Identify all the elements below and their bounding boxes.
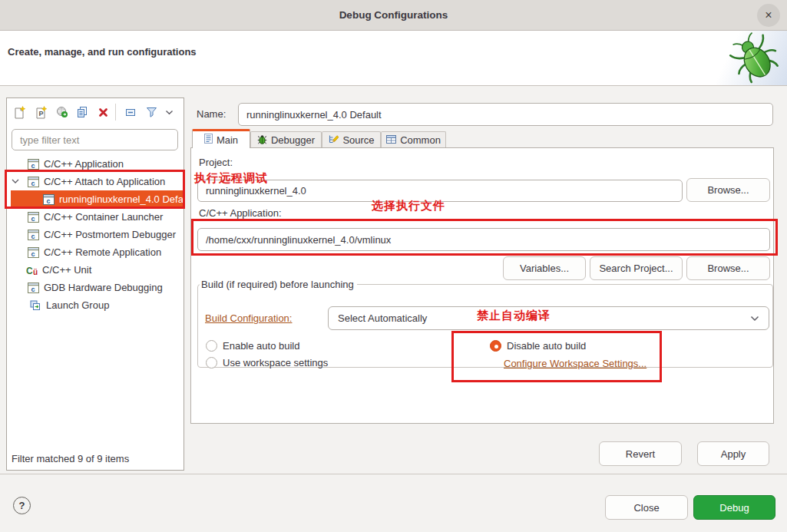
build-configuration-value: Select Automatically [338,312,427,324]
titlebar: Debug Configurations × [0,0,787,31]
new-launch-configuration-icon[interactable] [13,105,27,119]
build-configuration-link[interactable]: Build Configuration: [205,312,292,324]
configurations-sidebar: P c C/C++ Application [6,97,184,471]
tree-item-container-launcher[interactable]: c C/C++ Container Launcher [7,208,183,226]
common-table-icon [386,134,396,146]
footer-divider [0,474,787,474]
application-label: C/C++ Application: [199,207,282,219]
debug-configurations-dialog: Debug Configurations × Create, manage, a… [0,0,787,532]
c-application-icon: c [28,212,41,223]
tree-item-cpp-unit[interactable]: Cü C/C++ Unit [7,261,183,279]
radio-circle-icon[interactable] [206,357,217,368]
main-tab-content: Project: Browse... C/C++ Application: Va… [190,147,774,424]
tree-item-gdb-hardware[interactable]: c GDB Hardware Debugging [7,279,183,296]
dialog-title: Debug Configurations [0,0,787,31]
svg-text:ü: ü [33,268,38,276]
export-launch-configurations-icon[interactable] [55,105,69,119]
c-unit-icon: Cü [26,265,39,276]
revert-button[interactable]: Revert [599,441,682,466]
tree-item-cpp-application[interactable]: c C/C++ Application [7,155,183,173]
radio-circle-selected-icon[interactable] [490,340,501,352]
duplicate-launch-configuration-icon[interactable] [75,105,89,119]
tab-common[interactable]: Common [381,131,446,148]
variables-button[interactable]: Variables... [503,256,586,280]
launch-group-icon [30,300,43,311]
close-icon[interactable]: × [757,4,780,27]
new-launch-prototype-icon[interactable]: P [35,105,48,119]
tree-item-launch-group[interactable]: Launch Group [7,296,183,314]
svg-text:c: c [31,285,35,292]
header-banner: Create, manage, and run configurations [0,31,787,86]
tab-main[interactable]: Main [192,129,250,148]
apply-button[interactable]: Apply [697,441,769,466]
filter-launch-configurations-icon[interactable] [144,105,158,119]
name-input[interactable] [238,103,773,126]
debug-button[interactable]: Debug [693,495,775,520]
build-group-legend: Build (if required) before launching [200,279,357,290]
project-label: Project: [199,157,233,168]
toolbar-separator [115,104,116,121]
tab-debugger[interactable]: Debugger [250,131,322,148]
svg-text:c: c [31,249,35,257]
c-application-icon: c [28,159,41,170]
filter-status: Filter matched 9 of 9 items [12,453,129,464]
close-button[interactable]: Close [605,495,688,520]
svg-text:c: c [31,232,35,240]
browse-application-button[interactable]: Browse... [686,256,770,280]
page-title: Create, manage, and run configurations [8,46,197,58]
radio-circle-icon[interactable] [206,340,217,352]
svg-text:c: c [31,179,35,187]
help-button[interactable]: ? [13,497,31,514]
build-configuration-select[interactable]: Select Automatically [328,306,769,330]
svg-text:c: c [31,214,35,222]
source-tree-icon [328,134,339,147]
c-application-icon: c [28,177,41,187]
c-application-icon: c [43,194,56,205]
search-project-button[interactable]: Search Project... [590,256,683,280]
c-application-icon: c [28,283,41,293]
chevron-down-icon [750,312,759,324]
radio-disable-auto-build[interactable]: Disable auto build [490,340,586,352]
filter-input[interactable] [12,129,178,150]
tree-item-cpp-attach[interactable]: c C/C++ Attach to Application [7,173,183,190]
svg-text:c: c [47,197,51,204]
configure-workspace-settings-link[interactable]: Configure Workspace Settings... [504,358,646,369]
c-application-icon: c [28,247,41,258]
name-label: Name: [197,108,226,120]
expander-chevron-icon[interactable] [12,179,22,184]
svg-text:C: C [26,266,33,276]
tree-item-runninglinuxkernel-selected[interactable]: c runninglinuxkernel_4.0 Default [11,190,183,208]
browse-project-button[interactable]: Browse... [686,178,770,202]
svg-text:P: P [39,110,44,117]
application-input[interactable] [197,228,770,251]
radio-enable-auto-build[interactable]: Enable auto build [206,340,299,352]
debugger-bug-icon [257,134,267,147]
svg-text:c: c [31,161,35,169]
collapse-all-icon[interactable] [124,105,137,119]
configurations-tree: c C/C++ Application c C/C++ Attach to Ap… [7,155,183,314]
main-doc-icon [204,134,213,146]
delete-launch-configuration-icon[interactable] [96,105,110,119]
view-menu-chevron-icon[interactable] [162,105,176,119]
radio-use-workspace-settings[interactable]: Use workspace settings [206,357,328,368]
tree-item-remote-application[interactable]: c C/C++ Remote Application [7,243,183,261]
tab-source[interactable]: Source [322,131,381,148]
project-input[interactable] [197,180,683,202]
debug-beetle-icon [729,32,781,84]
tree-item-postmortem-debugger[interactable]: c C/C++ Postmortem Debugger [7,226,183,243]
c-application-icon: c [28,230,41,240]
